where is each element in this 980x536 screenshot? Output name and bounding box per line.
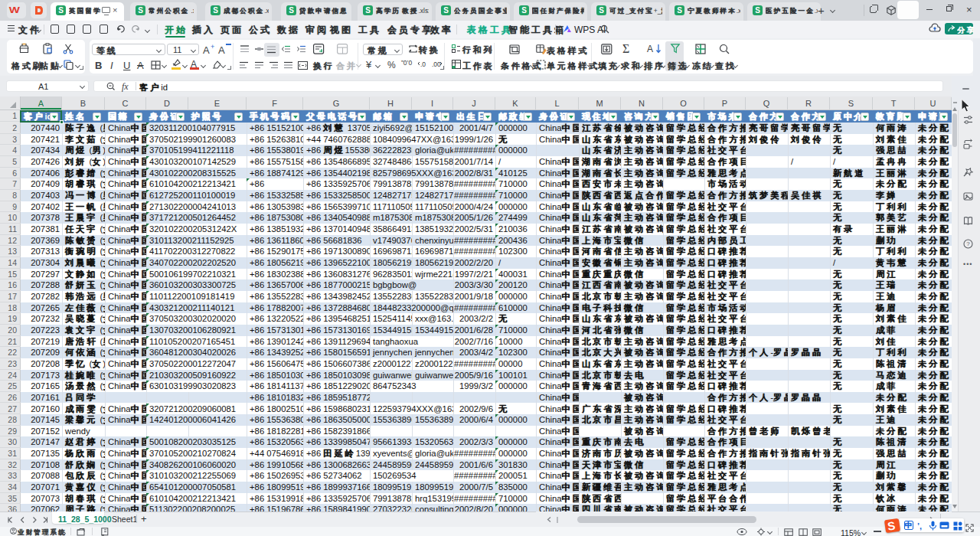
svg-text:?: ? <box>966 240 970 247</box>
svg-text:.0: .0 <box>420 60 426 68</box>
